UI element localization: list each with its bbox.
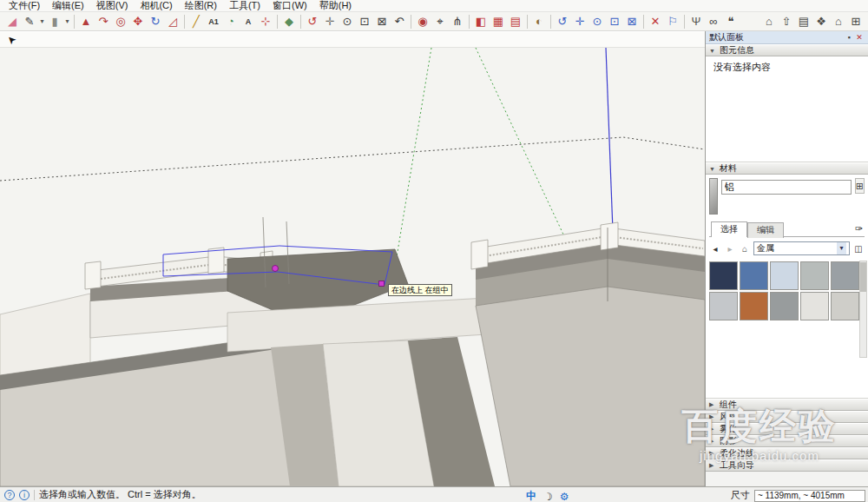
get-models-button[interactable]: ⌂ <box>761 13 777 30</box>
swatch-metal-silver[interactable] <box>831 261 859 290</box>
material-swatch-grid <box>709 261 859 320</box>
zoom-tool-icon[interactable]: ⊙ <box>339 13 355 30</box>
look-around-tool-icon[interactable]: ⌖ <box>432 13 448 30</box>
walk-tool-icon[interactable]: ⋔ <box>450 13 465 30</box>
model-viewport[interactable]: 在边线上 在组中 <box>0 48 705 486</box>
section-instructor[interactable]: ▶ 工具向导 <box>706 459 868 472</box>
extension-warehouse-button[interactable]: ❖ <box>813 13 829 30</box>
follow-me-tool-icon[interactable]: ↷ <box>95 13 111 30</box>
swatch-copper-diamond-plate[interactable] <box>740 292 768 320</box>
swatch-metal-pale-blue[interactable] <box>770 261 799 290</box>
status-bar: ? i 选择角或输入数值。 Ctrl = 选择对角。 中 ☽ ⚙ 尺寸 <box>0 486 868 502</box>
position-camera-tool-icon[interactable]: ◉ <box>415 13 431 30</box>
section-plane-tool-icon[interactable]: ◧ <box>473 13 489 30</box>
section-styles[interactable]: ▶ 风格 <box>706 411 868 423</box>
section-components[interactable]: ▶ 组件 <box>706 399 868 411</box>
offset-tool-icon[interactable]: ◎ <box>113 13 128 30</box>
menu-edit[interactable]: 编辑(E) <box>46 0 90 11</box>
tab-select[interactable]: 选择 <box>711 221 747 237</box>
menu-window[interactable]: 窗口(W) <box>266 0 313 11</box>
axes-tool-icon[interactable]: ⊹ <box>258 13 273 30</box>
eraser-tool-icon[interactable]: ◢ <box>4 13 20 30</box>
menu-camera[interactable]: 相机(C) <box>134 0 178 11</box>
swatch-metal-corrugated-blue[interactable] <box>709 261 738 290</box>
tray-titlebar[interactable]: 默认面板 ▪ ✕ <box>706 31 868 44</box>
zoom-extents-tool-icon[interactable]: ⊠ <box>374 13 390 30</box>
geo-location-icon[interactable]: ⚐ <box>665 13 681 30</box>
xray-mode-toggle-icon[interactable]: ∞ <box>706 13 721 30</box>
zoom-window-tool-icon[interactable]: ⊡ <box>357 13 372 30</box>
help-icon[interactable]: ? <box>4 490 15 500</box>
dimension-tool-icon[interactable]: A1 <box>206 13 221 30</box>
section-entity-info[interactable]: ▼ 图元信息 <box>706 44 868 56</box>
menu-tools[interactable]: 工具(T) <box>223 0 266 11</box>
materials-scrollbar[interactable] <box>859 261 867 358</box>
previous-view-icon[interactable]: ↶ <box>391 13 407 30</box>
protractor-tool-icon[interactable]: ◔ <box>223 13 239 30</box>
paint-bucket-tool-icon[interactable]: ◆ <box>281 13 297 30</box>
share-model-button[interactable]: ⇧ <box>779 13 794 30</box>
annotation-quotes-icon[interactable]: ❝ <box>723 13 739 30</box>
push-pull-tool-icon[interactable]: ▲ <box>78 13 94 30</box>
line-tool-dropdown-icon[interactable]: ▾ <box>38 13 46 30</box>
line-tool-icon[interactable]: ✎ <box>22 13 37 30</box>
building-right[interactable] <box>471 222 705 486</box>
zoom-extents-tool-2-icon[interactable]: ⊠ <box>624 13 640 30</box>
forward-arrow-icon[interactable]: ▸ <box>724 242 736 254</box>
pan-tool-2-icon[interactable]: ✛ <box>572 13 588 30</box>
section-shadows[interactable]: ▶ 阴影 <box>706 435 868 447</box>
ime-mode-icon[interactable]: ☽ <box>543 491 553 502</box>
microphone-icon[interactable]: Ψ <box>688 13 704 30</box>
swatch-steel-diamond-plate[interactable] <box>770 292 799 320</box>
orbit-tool-icon[interactable]: ↺ <box>305 13 320 30</box>
sample-paint-eyedropper-icon[interactable]: ✑ <box>855 223 863 236</box>
in-model-home-icon[interactable]: ⌂ <box>739 242 751 254</box>
tape-measure-tool-icon[interactable]: ╱ <box>188 13 204 30</box>
select-tool-icon[interactable]: ➤ <box>3 31 19 48</box>
tray-close-icon[interactable]: ✕ <box>854 32 865 43</box>
rotate-tool-icon[interactable]: ↻ <box>148 13 163 30</box>
display-section-cuts-icon[interactable]: ▤ <box>508 13 523 30</box>
material-category-dropdown[interactable]: 金属 ▾ <box>753 241 850 255</box>
zoom-tool-2-icon[interactable]: ⊙ <box>589 13 605 30</box>
delete-guides-icon[interactable]: ✕ <box>648 13 663 30</box>
ime-settings-icon[interactable]: ⚙ <box>560 491 569 502</box>
info-icon[interactable]: i <box>19 490 30 500</box>
swatch-metal-gray-weave[interactable] <box>800 261 829 290</box>
back-arrow-icon[interactable]: ◂ <box>709 242 721 254</box>
section-materials[interactable]: ▼ 材料 <box>706 162 868 175</box>
secondary-pane-icon[interactable]: ◫ <box>852 242 865 254</box>
swatch-aluminum-brushed[interactable] <box>709 292 738 320</box>
scale-tool-icon[interactable]: ◿ <box>165 13 181 30</box>
component-browser-button[interactable]: ⌂ <box>831 13 846 30</box>
orbit-tool-2-icon[interactable]: ↺ <box>555 13 570 30</box>
model-info-button[interactable]: ⊞ <box>848 13 864 30</box>
tab-edit[interactable]: 编辑 <box>747 222 784 238</box>
create-material-button[interactable]: ⊞ <box>855 178 865 194</box>
share-component-button[interactable]: ▤ <box>796 13 812 30</box>
shadows-toggle-icon[interactable]: ◐ <box>531 13 547 30</box>
display-section-planes-icon[interactable]: ▦ <box>490 13 506 30</box>
shapes-tool-dropdown-icon[interactable]: ▾ <box>63 13 71 30</box>
menu-bar: 文件(F) 编辑(E) 视图(V) 相机(C) 绘图(R) 工具(T) 窗口(W… <box>0 0 868 12</box>
tray-menu-icon[interactable]: ▪ <box>844 32 854 43</box>
ime-language-indicator[interactable]: 中 <box>526 489 536 502</box>
move-tool-icon[interactable]: ✥ <box>130 13 146 30</box>
swatch-metal-blue[interactable] <box>740 261 768 290</box>
zoom-window-tool-2-icon[interactable]: ⊡ <box>607 13 622 30</box>
shapes-tool-icon[interactable]: ▮ <box>47 13 62 30</box>
pan-tool-icon[interactable]: ✛ <box>322 13 338 30</box>
menu-draw[interactable]: 绘图(R) <box>179 0 223 11</box>
section-soften-edges[interactable]: ▶ 柔化边线 <box>706 447 868 459</box>
menu-view[interactable]: 视图(V) <box>90 0 135 11</box>
text-tool-icon[interactable]: A <box>240 13 256 30</box>
material-preview-thumbnail[interactable] <box>709 178 718 215</box>
menu-help[interactable]: 帮助(H) <box>313 0 358 11</box>
menu-file[interactable]: 文件(F) <box>3 0 46 11</box>
scrollbar-thumb[interactable] <box>860 262 866 292</box>
section-fog[interactable]: ▶ 雾化 <box>706 423 868 435</box>
material-name-input[interactable] <box>721 180 852 195</box>
swatch-metal-light-gray[interactable] <box>831 292 859 320</box>
measurements-input[interactable] <box>754 490 865 502</box>
swatch-metal-off-white[interactable] <box>800 292 829 320</box>
